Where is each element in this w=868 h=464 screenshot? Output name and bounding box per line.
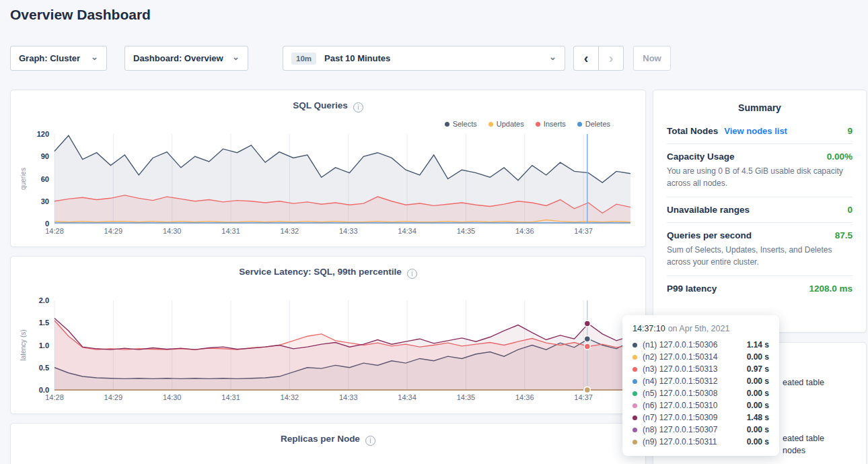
node-value: 1.48 s [747,413,769,422]
time-next-button[interactable]: › [598,46,624,71]
qps-label: Queries per second [667,230,752,240]
summary-total-nodes-row: Total Nodes View nodes list 9 [667,119,853,144]
event-text-fragment: eated table [783,434,824,443]
capacity-usage-subtext: You are using 0 B of 4.5 GiB usable disk… [667,165,853,189]
summary-capacity-row: Capacity Usage 0.00% You are using 0 B o… [667,144,853,197]
legend-item-inserts[interactable]: Inserts [536,120,566,128]
svg-text:14:36: 14:36 [515,393,534,401]
view-nodes-list-link[interactable]: View nodes list [724,126,787,136]
legend-item-deletes[interactable]: Deletes [577,120,610,128]
series-dot [632,391,637,396]
tooltip-row: (n6) 127.0.0.1:50310 0.00 s [632,399,769,411]
svg-text:90: 90 [41,152,49,160]
event-text-fragment: nodes [783,446,805,455]
legend-item-selects[interactable]: Selects [445,120,477,128]
tooltip-timestamp: 14:37:10on Apr 5th, 2021 [632,324,769,333]
node-label: (n8) 127.0.0.1:50307 [643,425,747,434]
svg-text:14:32: 14:32 [281,393,299,401]
node-value: 0.00 s [747,389,769,398]
graph-dropdown[interactable]: Graph: Cluster ⌄ [10,46,107,71]
node-label: (n5) 127.0.0.1:50308 [643,389,747,398]
qps-subtext: Sum of Selects, Updates, Inserts, and De… [667,244,853,268]
node-value: 0.00 s [747,437,769,446]
svg-text:0: 0 [45,220,49,228]
summary-unavailable-row: Unavailable ranges 0 [667,197,853,223]
node-label: (n9) 127.0.0.1:50311 [643,437,747,446]
total-nodes-value: 9 [847,126,853,136]
dashboard-dropdown[interactable]: Dashboard: Overview ⌄ [124,46,248,71]
node-label: (n2) 127.0.0.1:50314 [643,352,747,362]
tooltip-row: (n8) 127.0.0.1:50307 0.00 s [632,424,769,436]
total-nodes-label: Total Nodes [667,126,718,136]
node-label: (n1) 127.0.0.1:50306 [643,340,747,350]
svg-text:14:30: 14:30 [163,227,182,235]
node-label: (n3) 127.0.0.1:50313 [643,364,747,374]
chevron-left-icon: ‹ [584,51,589,66]
node-value: 0.00 s [747,352,769,362]
chart-hover-tooltip: 14:37:10on Apr 5th, 2021 (n1) 127.0.0.1:… [622,315,779,456]
event-text-fragment: eated table [783,378,824,387]
svg-text:14:33: 14:33 [339,393,358,401]
svg-text:14:32: 14:32 [281,227,299,235]
sql-queries-title: SQL Queries [293,100,348,110]
summary-panel: Summary Total Nodes View nodes list 9 Ca… [653,90,867,333]
series-dot [536,122,540,127]
series-dot [632,416,637,420]
now-button-label: Now [643,53,661,63]
info-icon[interactable]: i [353,102,363,112]
svg-text:14:37: 14:37 [574,227,593,235]
tooltip-row: (n2) 127.0.0.1:50314 0.00 s [632,351,769,363]
tooltip-row: (n7) 127.0.0.1:50309 1.48 s [632,411,769,424]
p99-latency-value: 1208.0 ms [809,284,853,294]
node-label: (n6) 127.0.0.1:50310 [643,401,747,410]
svg-text:14:28: 14:28 [45,393,64,401]
now-button[interactable]: Now [633,46,671,71]
time-prev-button[interactable]: ‹ [573,46,599,71]
chevron-down-icon: ⌄ [91,53,98,61]
series-dot [632,379,637,384]
svg-text:14:30: 14:30 [163,393,182,401]
chevron-down-icon: ⌄ [232,53,240,61]
service-latency-chart[interactable]: 14:2814:2914:3014:3114:3214:3314:3414:35… [17,297,639,403]
info-icon[interactable]: i [365,436,375,446]
node-value: 0.00 s [747,425,769,434]
series-dot [632,428,637,432]
node-label: (n7) 127.0.0.1:50309 [643,413,747,422]
svg-text:0.5: 0.5 [39,364,49,372]
sql-queries-card: SQL Queriesi Selects Updates Inserts Del… [10,90,646,247]
svg-text:queries: queries [20,168,27,190]
chevron-down-icon: ⌄ [549,53,556,61]
legend-item-updates[interactable]: Updates [489,120,524,128]
service-latency-title: Service Latency: SQL, 99th percentile [239,267,402,277]
svg-text:14:33: 14:33 [339,227,358,235]
svg-text:14:36: 14:36 [515,227,534,235]
svg-text:1.0: 1.0 [39,341,49,350]
page-title: Overview Dashboard [10,7,151,23]
tooltip-time: 14:37:10 [632,324,665,333]
tooltip-row: (n1) 127.0.0.1:50306 1.14 s [632,339,769,351]
svg-text:0.0: 0.0 [39,386,49,394]
svg-text:14:28: 14:28 [45,227,64,235]
svg-text:1.5: 1.5 [39,319,49,327]
sql-queries-chart[interactable]: 14:2814:2914:3014:3114:3214:3314:3414:35… [17,131,639,237]
chevron-right-icon: › [609,51,614,66]
time-range-label: Past 10 Minutes [324,53,390,63]
svg-text:2.0: 2.0 [39,297,49,304]
time-range-selector[interactable]: 10m Past 10 Minutes ⌄ [283,46,565,71]
legend-label: Selects [453,120,477,128]
series-dot [632,367,637,372]
unavailable-ranges-label: Unavailable ranges [667,205,750,215]
node-value: 1.14 s [747,340,769,350]
info-icon[interactable]: i [407,269,417,279]
node-value: 0.97 s [747,364,769,374]
svg-text:120: 120 [37,131,49,138]
svg-text:14:35: 14:35 [457,393,476,401]
capacity-usage-value: 0.00% [827,152,853,162]
series-dot [577,122,582,127]
time-range-badge: 10m [291,53,316,65]
node-value: 0.00 s [747,401,769,410]
legend-label: Deletes [585,120,610,128]
chart-title: Replicas per Nodei [11,434,645,446]
svg-text:30: 30 [41,197,49,205]
series-dot [632,355,637,360]
